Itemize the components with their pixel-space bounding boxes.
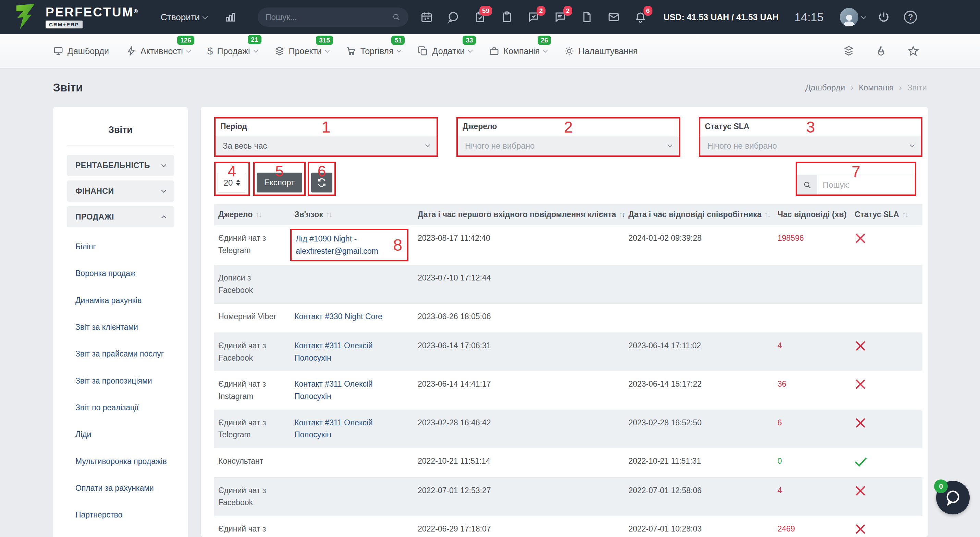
link-cell: Контакт #330 Night Core [290,303,414,333]
nav-item-settings[interactable]: Налаштування [564,46,638,56]
search-icon [803,181,812,189]
nav-item-sales[interactable]: $ Продажі 21 [207,45,257,57]
hot-button[interactable] [872,43,889,60]
column-header-source[interactable]: Джерело [214,204,290,226]
period-select[interactable]: За весь час [216,136,436,156]
sidebar-link-price-report[interactable]: Звіт за прайсами послуг [75,350,164,358]
table-row: Номерний Viber Контакт #330 Night Core 2… [214,303,923,333]
calendar-button[interactable] [418,9,435,26]
brand-name: PERFECTUM [46,5,134,19]
contact-link[interactable]: Контакт #311 Олексій Полосухін [294,341,373,362]
sidebar-link-leads[interactable]: Ліди [75,430,91,439]
stats-button[interactable] [222,9,239,26]
contact-link[interactable]: Контакт #311 Олексій Полосухін [294,380,373,401]
bar-chart-icon [225,11,236,23]
layers-icon [274,46,285,56]
source-cell: Консультант [214,448,290,478]
link-cell [290,448,414,478]
mail-button[interactable] [605,9,622,26]
nav-item-projects[interactable]: Проекти 315 [274,46,329,56]
reply-cell: 2023-06-14 15:17:22 [624,371,773,410]
notifications-button[interactable]: 6 [632,9,649,26]
nav-item-company[interactable]: Компанія 26 [489,46,547,56]
messages-button[interactable]: 2 [552,9,569,26]
nav-label: Компанія [503,46,540,56]
column-header-sla-status[interactable]: Статус SLA [851,204,923,226]
clipboard-button[interactable] [498,9,515,26]
sidebar-link-realization-report[interactable]: Звіт по реалізації [75,403,139,412]
column-header-minutes[interactable]: Час відповіді (хв) [773,204,851,226]
sla-select[interactable]: Нічого не вибрано [700,136,921,156]
annotation-number: 5 [275,164,283,179]
chat-button[interactable] [445,9,462,26]
sort-icon[interactable] [255,210,261,219]
sidebar-link-partnership[interactable]: Партнерство [75,510,123,519]
section-label: РЕНТАБЕЛЬНІСТЬ [75,161,150,170]
create-button[interactable]: Створити [161,12,207,22]
section-finance[interactable]: ФІНАНСИ [67,181,174,202]
global-search-input[interactable] [265,12,388,22]
chat-bubble-icon [944,489,962,507]
sort-icon[interactable] [764,210,770,219]
sort-icon[interactable] [326,210,332,219]
section-profitability[interactable]: РЕНТАБЕЛЬНІСТЬ [67,155,174,176]
table-search-input[interactable] [817,175,915,194]
app-logo[interactable]: PERFECTUM® CRM+ERP [16,4,139,30]
sort-icon[interactable] [619,210,624,219]
reply-cell: 2022-07-01 10:28:03 [624,516,773,537]
documents-button[interactable] [578,9,595,26]
chevron-down-icon [161,162,166,167]
section-sales[interactable]: ПРОДАЖІ [67,206,174,227]
sidebar-link-sales-funnel[interactable]: Воронка продаж [75,269,135,278]
calendar-icon [420,11,433,23]
column-header-first-message[interactable]: Дата і час першого вхідного повідомлення… [414,204,624,226]
stack-button[interactable] [840,43,858,60]
chevron-down-icon [425,143,430,147]
tasks-badge: 59 [479,6,492,16]
breadcrumb-company[interactable]: Компанія [851,83,894,92]
user-menu[interactable] [840,8,865,26]
column-header-reply-time[interactable]: Дата і час відповіді співробітника [624,204,773,226]
contact-link[interactable]: Контакт #311 Олексій Полосухін [294,418,373,439]
sidebar-link-clients-report[interactable]: Звіт за клієнтами [75,323,138,332]
favorites-button[interactable] [905,43,922,60]
link-cell [290,265,414,303]
nav-item-activities[interactable]: Активності 126 [126,46,190,56]
notifications-badge: 6 [644,6,653,16]
tasks-button[interactable]: 59 [471,9,488,26]
approvals-button[interactable]: 2 [525,9,542,26]
chevron-up-icon [161,215,166,220]
list-item: Динаміка рахунків [75,295,174,306]
annotation-box-1: 1 Період За весь час [214,117,438,157]
contact-link[interactable]: Контакт #330 Night Core [294,312,382,321]
sidebar-link-billing[interactable]: Білінг [75,242,96,251]
source-cell: Єдиний чат з Facebook [214,477,290,516]
sidebar-link-multifunnel[interactable]: Мультиворонка продажів [75,457,167,466]
nav-label: Продажі [217,46,250,56]
first-message-cell: 2023-06-26 18:05:06 [414,303,624,333]
lead-link[interactable]: Лід #1090 Night - alexfirester@gmail.com [296,234,378,256]
breadcrumb-dashboards[interactable]: Дашборди [805,83,845,92]
sidebar-link-proposals-report[interactable]: Звіт за пропозиціями [75,377,152,385]
source-select[interactable]: Нічого не вибрано [458,136,679,156]
nav-item-trade[interactable]: Торгівля 51 [346,46,401,56]
messages-badge: 2 [563,6,573,16]
help-button[interactable]: ? [902,9,919,26]
sidebar-link-invoice-dynamics[interactable]: Динаміка рахунків [75,296,142,305]
sort-icon[interactable] [902,210,908,219]
nav-item-addons[interactable]: Додатки 33 [418,46,472,56]
chevron-down-icon [861,14,867,19]
nav-item-dashboards[interactable]: Дашборди [53,46,109,56]
sidebar-link-invoice-payments[interactable]: Оплати за рахунками [75,484,154,493]
logout-button[interactable] [875,9,892,26]
chevron-down-icon [910,143,915,147]
global-search [258,8,409,27]
list-item: Білінг [75,241,174,253]
support-chat-button[interactable]: 0 [936,481,970,515]
annotation-number: 1 [322,119,331,135]
sort-icon[interactable] [849,210,851,219]
column-header-link[interactable]: Зв'язок [290,204,414,226]
minutes-value: 36 [778,380,786,388]
section-label: ПРОДАЖІ [75,212,114,222]
first-message-cell: 2023-06-14 14:41:17 [414,371,624,410]
